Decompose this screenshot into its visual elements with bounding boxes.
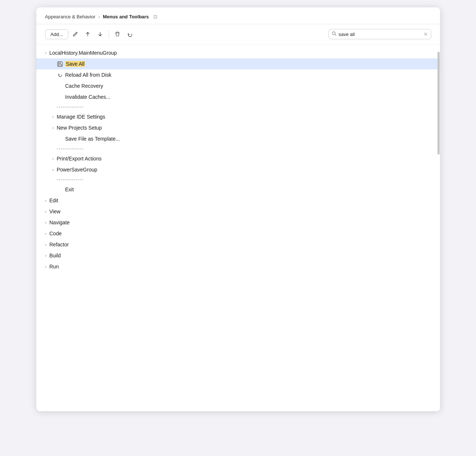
spacer (50, 93, 57, 101)
item-label: Reload All from Disk (65, 72, 112, 78)
list-item[interactable]: Reload All from Disk (36, 69, 440, 80)
breadcrumb-separator: › (98, 14, 100, 19)
edit-button[interactable] (70, 29, 81, 40)
search-box[interactable]: ✕ (328, 29, 431, 39)
svg-rect-4 (58, 64, 62, 66)
chevron-right-icon: › (42, 219, 50, 226)
item-label: New Projects Setup (57, 125, 102, 131)
spacer (50, 71, 57, 79)
item-label: Refactor (50, 242, 69, 247)
search-input[interactable] (339, 32, 421, 37)
item-label: Invalidate Caches... (65, 94, 110, 100)
list-item[interactable]: › PowerSaveGroup (36, 164, 440, 175)
item-label: Code (50, 231, 62, 236)
item-label: Build (50, 253, 61, 258)
svg-point-1 (332, 32, 335, 35)
move-up-button[interactable] (82, 29, 93, 40)
chevron-right-icon: › (42, 252, 50, 259)
no-icon (57, 83, 63, 89)
list-item[interactable]: › Build (36, 250, 440, 261)
item-label: Print/Export Actions (57, 156, 102, 162)
list-item[interactable]: › LocalHistory.MainMenuGroup (36, 47, 440, 58)
chevron-right-icon: › (42, 263, 50, 270)
item-label: Edit (50, 198, 58, 203)
list-item[interactable]: Cache Recovery (36, 80, 440, 91)
breadcrumb-title: Menus and Toolbars (103, 14, 149, 19)
list-item[interactable]: Save All (36, 58, 440, 69)
item-label: Cache Recovery (65, 83, 103, 89)
item-label: LocalHistory.MainMenuGroup (50, 50, 117, 56)
revert-icon (127, 31, 133, 37)
list-item[interactable]: › Manage IDE Settings (36, 111, 440, 122)
toolbar-divider (109, 30, 109, 38)
chevron-right-icon: › (50, 113, 57, 120)
list-item[interactable]: › Navigate (36, 217, 440, 228)
content-area: › LocalHistory.MainMenuGroup Save All (36, 44, 440, 411)
breadcrumb-parent: Appearance & Behavior (45, 14, 95, 19)
list-item[interactable]: Save File as Template... (36, 133, 440, 144)
delete-icon (115, 31, 120, 37)
svg-rect-0 (115, 33, 120, 33)
list-item[interactable]: › Edit (36, 195, 440, 206)
chevron-right-icon: › (42, 49, 50, 57)
floppy-disk-icon (57, 61, 63, 67)
item-label: View (50, 209, 61, 214)
add-button[interactable]: Add... (45, 29, 69, 39)
chevron-right-icon: › (42, 197, 50, 204)
toolbar: Add... (36, 24, 440, 44)
delete-button[interactable] (112, 29, 123, 40)
edit-icon (72, 31, 78, 37)
chevron-right-icon: › (50, 124, 57, 131)
spacer (50, 82, 57, 90)
list-item[interactable]: Invalidate Caches... (36, 91, 440, 102)
item-label: PowerSaveGroup (57, 167, 98, 173)
item-label: Save All (65, 61, 86, 67)
item-label: Run (50, 264, 59, 269)
item-label: Navigate (50, 220, 70, 225)
breadcrumb-bar: Appearance & Behavior › Menus and Toolba… (36, 7, 440, 24)
item-label: Save File as Template... (65, 136, 120, 142)
main-window: Appearance & Behavior › Menus and Toolba… (36, 7, 440, 411)
list-item[interactable]: Exit (36, 184, 440, 195)
list-item[interactable]: › Code (36, 228, 440, 239)
tree-panel: › LocalHistory.MainMenuGroup Save All (36, 44, 440, 411)
list-item[interactable]: › New Projects Setup (36, 122, 440, 133)
spacer (50, 186, 57, 193)
svg-rect-3 (58, 62, 61, 64)
move-down-button[interactable] (95, 29, 106, 40)
chevron-right-icon: › (50, 166, 57, 173)
item-label: Exit (65, 187, 74, 192)
scrollbar-thumb[interactable] (437, 52, 440, 155)
separator: ------------- (36, 175, 440, 184)
spacer (50, 60, 57, 68)
move-down-icon (97, 31, 103, 37)
chevron-right-icon: › (50, 155, 57, 162)
separator: ------------- (36, 144, 440, 153)
spacer (50, 135, 57, 142)
no-icon (57, 186, 63, 193)
move-up-icon (85, 31, 91, 37)
reload-icon (57, 72, 63, 78)
no-icon (57, 94, 63, 100)
window-icon: ⊡ (153, 14, 157, 19)
scrollbar-track[interactable] (437, 44, 440, 411)
separator: ------------- (36, 102, 440, 111)
list-item[interactable]: › Run (36, 261, 440, 272)
clear-search-button[interactable]: ✕ (424, 32, 428, 37)
chevron-right-icon: › (42, 241, 50, 248)
chevron-right-icon: › (42, 208, 50, 215)
search-icon (332, 31, 337, 37)
item-label: Manage IDE Settings (57, 114, 105, 120)
list-item[interactable]: › Print/Export Actions (36, 153, 440, 164)
revert-button[interactable] (124, 29, 135, 40)
no-icon (57, 135, 63, 142)
chevron-right-icon: › (42, 230, 50, 237)
list-item[interactable]: › View (36, 206, 440, 217)
list-item[interactable]: › Refactor (36, 239, 440, 250)
